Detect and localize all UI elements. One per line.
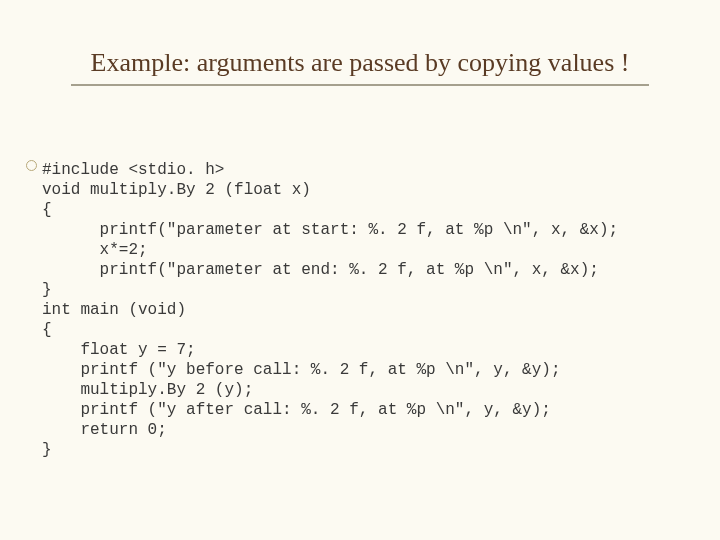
code-example: #include <stdio. h> void multiply.By 2 (…: [42, 160, 690, 460]
slide: Example: arguments are passed by copying…: [0, 0, 720, 540]
bullet-icon: [26, 160, 37, 171]
slide-title: Example: arguments are passed by copying…: [71, 48, 650, 86]
title-container: Example: arguments are passed by copying…: [0, 0, 720, 86]
